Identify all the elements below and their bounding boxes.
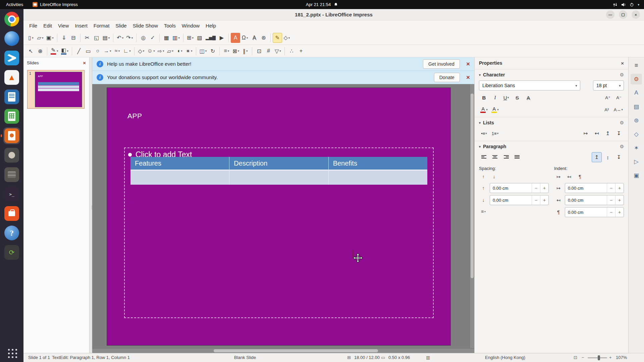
star-shapes-button[interactable]: ✶▾ xyxy=(184,46,194,56)
tab-shapes[interactable]: ◇ xyxy=(631,129,642,139)
menu-window[interactable]: Window xyxy=(179,21,203,30)
line-spacing-button[interactable]: ≡▾ xyxy=(479,207,488,216)
basic-shapes-button[interactable]: ◇▾ xyxy=(137,46,146,56)
move-up-button[interactable]: ↥ xyxy=(603,128,613,138)
open-button[interactable]: ▱▾ xyxy=(36,33,45,43)
panel-splitter[interactable] xyxy=(90,57,92,353)
dock-libreoffice-impress-icon[interactable] xyxy=(3,127,20,144)
move-down-button[interactable]: ↧ xyxy=(614,128,624,138)
chevron-down-icon[interactable]: ▾ xyxy=(616,84,624,87)
tab-navigator[interactable]: ⊚ xyxy=(631,115,642,126)
vertical-align-top-button[interactable]: ↥ xyxy=(592,152,602,162)
tab-gallery[interactable]: ▤ xyxy=(631,101,642,112)
indent-after-stepper[interactable]: 0.00 cm − + xyxy=(565,195,624,205)
horizontal-scrollbar[interactable] xyxy=(92,348,474,353)
activities-button[interactable]: Activities xyxy=(0,0,29,9)
slide-title-text[interactable]: APP xyxy=(127,112,142,120)
minus-icon[interactable]: − xyxy=(607,207,615,217)
character-shadow-button[interactable]: A xyxy=(523,93,533,103)
spacing-below-stepper[interactable]: 0.00 cm − + xyxy=(490,195,549,205)
table-header-cell[interactable]: Description xyxy=(229,157,328,170)
paragraph-section-header[interactable]: ▾ Paragraph ⚙ xyxy=(475,141,628,151)
menu-edit[interactable]: Edit xyxy=(40,21,55,30)
character-spacing-button[interactable]: A↔▾ xyxy=(613,105,624,115)
tab-animation[interactable]: ✶ xyxy=(631,142,642,153)
dock-utility-app-icon[interactable]: ⟳ xyxy=(3,244,20,261)
insert-table-button[interactable]: ⊞▾ xyxy=(185,33,195,43)
italic-button[interactable]: I xyxy=(490,93,500,103)
decrease-font-size-button[interactable]: A⁻ xyxy=(614,93,624,103)
dock-terminal-icon[interactable]: >_ xyxy=(3,186,20,202)
infobar-close-icon[interactable]: × xyxy=(466,74,470,80)
font-name-combo[interactable]: Liberation Sans ▾ xyxy=(479,80,580,90)
infobar-close-icon[interactable]: × xyxy=(466,61,470,67)
block-arrows-button[interactable]: ⇨▾ xyxy=(156,46,166,56)
plus-icon[interactable]: + xyxy=(540,183,548,193)
menu-insert[interactable]: Insert xyxy=(72,21,91,30)
increase-spacing-icon[interactable]: ↑ xyxy=(479,172,488,181)
shapes-button[interactable]: ◇▾ xyxy=(282,33,291,43)
character-section-header[interactable]: ▾ Character ⚙ xyxy=(475,69,628,79)
menu-file[interactable]: File xyxy=(26,21,40,30)
tab-styles[interactable]: A xyxy=(631,87,642,98)
system-tray[interactable]: ▾ xyxy=(613,2,644,7)
special-character-button[interactable]: Ω▾ xyxy=(240,33,250,43)
ellipse-button[interactable]: ○ xyxy=(93,46,102,56)
insert-media-button[interactable]: ▶ xyxy=(217,33,226,43)
export-pdf-button[interactable]: ⇓ xyxy=(59,33,69,43)
dock-libreoffice-calc-icon[interactable] xyxy=(3,108,20,125)
status-language[interactable]: English (Hong Kong) xyxy=(485,355,525,360)
ordered-list-button[interactable]: 1≡▾ xyxy=(490,128,500,138)
new-button[interactable]: ▯▾ xyxy=(26,33,36,43)
vertical-scrollbar[interactable] xyxy=(470,84,474,348)
paragraph-options-gear-icon[interactable]: ⚙ xyxy=(620,144,624,149)
glue-points-button[interactable]: + xyxy=(296,46,306,56)
align-objects-button[interactable]: ≡▾ xyxy=(222,46,231,56)
align-left-button[interactable] xyxy=(479,152,489,162)
clock-area[interactable]: Apr 21 21:54 xyxy=(306,0,338,9)
decrease-indent-icon[interactable]: ↤ xyxy=(565,172,574,181)
fill-color-button[interactable]: ◧▾ xyxy=(60,46,70,56)
indent-first-line-stepper[interactable]: 0.00 cm − + xyxy=(565,207,624,217)
menu-help[interactable]: Help xyxy=(203,21,219,30)
zoom-tool-button[interactable]: ⊕ xyxy=(36,46,45,56)
decrease-spacing-icon[interactable]: ↓ xyxy=(490,172,498,181)
table-header-cell[interactable]: Benefits xyxy=(328,157,427,170)
plus-icon[interactable]: + xyxy=(540,195,548,205)
demote-button[interactable]: ↦ xyxy=(581,128,591,138)
save-button[interactable]: ▣▾ xyxy=(45,33,55,43)
select-tool-button[interactable]: ↖ xyxy=(26,46,36,56)
shadow-button[interactable]: ⊡ xyxy=(254,46,264,56)
zoom-slider-thumb[interactable] xyxy=(598,355,600,360)
plus-icon[interactable]: + xyxy=(615,183,624,193)
minus-icon[interactable]: − xyxy=(607,183,615,193)
zoom-out-icon[interactable]: − xyxy=(582,355,584,360)
first-line-indent-icon[interactable]: ¶ xyxy=(576,172,584,181)
dock-libreoffice-writer-icon[interactable] xyxy=(3,88,20,105)
underline-button[interactable]: U▾ xyxy=(501,93,511,103)
insert-image-button[interactable]: ▧ xyxy=(195,33,204,43)
table-body-cell[interactable] xyxy=(328,170,427,185)
horizontal-scrollbar-thumb[interactable] xyxy=(214,349,378,352)
unordered-list-button[interactable]: •≡▾ xyxy=(479,128,489,138)
distribute-button[interactable]: ∥▾ xyxy=(240,46,250,56)
lists-options-gear-icon[interactable]: ⚙ xyxy=(620,120,624,125)
dock-gimp-icon[interactable] xyxy=(3,147,20,164)
tab-properties[interactable]: ⚙ xyxy=(631,74,642,84)
status-zoom-level[interactable]: 107% xyxy=(616,355,627,360)
crop-button[interactable]: # xyxy=(264,46,273,56)
menu-slide[interactable]: Slide xyxy=(112,21,129,30)
spelling-button[interactable]: ✓ xyxy=(148,33,157,43)
plus-icon[interactable]: + xyxy=(615,207,624,217)
dock-ubuntu-software-icon[interactable] xyxy=(3,205,20,222)
tab-slide-transition[interactable]: ▷ xyxy=(631,156,642,167)
slide-page[interactable]: APP Click to add Text Features xyxy=(107,87,451,346)
vertical-align-center-button[interactable]: ↕ xyxy=(603,152,613,162)
print-button[interactable]: ⊟ xyxy=(69,33,78,43)
promote-button[interactable]: ↤ xyxy=(592,128,602,138)
dock-vlc-icon[interactable]: ▲ xyxy=(3,69,20,86)
symbol-shapes-button[interactable]: ☺▾ xyxy=(146,46,156,56)
edit-points-button[interactable]: ∴ xyxy=(287,46,296,56)
slide-thumbnail[interactable]: 1 APP xyxy=(27,70,85,109)
minus-icon[interactable]: − xyxy=(532,183,540,193)
